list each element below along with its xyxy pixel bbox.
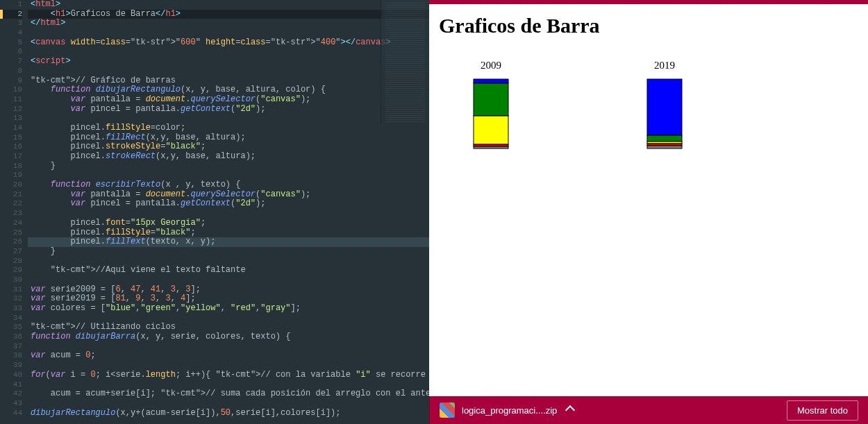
code-line[interactable]: pincel.fillRect(x,y, base, altura); xyxy=(28,133,429,143)
code-line[interactable] xyxy=(28,275,429,285)
code-line[interactable] xyxy=(28,399,429,409)
code-line[interactable] xyxy=(28,28,429,38)
code-line[interactable]: var acum = 0; xyxy=(28,351,429,361)
code-line[interactable] xyxy=(28,314,429,323)
code-line[interactable]: function dibujarRectangulo(x, y, base, a… xyxy=(28,85,429,95)
download-item[interactable]: logica_programaci....zip xyxy=(430,396,583,424)
code-line[interactable] xyxy=(28,257,429,266)
code-line[interactable]: var serie2019 = [81, 9, 3, 3, 4]; xyxy=(28,294,429,304)
code-editor[interactable]: 1234567891011121314151617181920212223242… xyxy=(0,0,429,424)
code-line[interactable] xyxy=(28,342,429,352)
code-line[interactable]: } xyxy=(28,247,429,257)
show-all-label: Mostrar todo xyxy=(797,405,848,416)
code-line[interactable]: pincel.strokeStyle="black"; xyxy=(28,142,429,152)
code-line[interactable]: } xyxy=(28,162,429,171)
code-line[interactable]: "tk-cmt">// Utilizando ciclos xyxy=(28,323,429,332)
code-line[interactable] xyxy=(28,209,429,219)
code-line[interactable] xyxy=(28,67,429,76)
page-title: Graficos de Barra xyxy=(439,14,868,37)
browser-preview: Graficos de Barra 20092019 logica_progra… xyxy=(429,0,868,424)
code-line[interactable] xyxy=(28,171,429,180)
code-line[interactable]: var pantalla = document.querySelector("c… xyxy=(28,95,429,105)
code-line[interactable]: "tk-cmt">//Aqui viene el texto faltante xyxy=(28,266,429,275)
line-number-gutter: 1234567891011121314151617181920212223242… xyxy=(0,0,28,424)
bar-segment xyxy=(474,146,508,149)
bar-segment xyxy=(647,146,682,149)
code-line[interactable]: <canvas width=class="tk-str">"600" heigh… xyxy=(28,38,429,48)
bar-segment xyxy=(474,79,508,83)
code-line[interactable]: function dibujarBarra(x, y, serie, color… xyxy=(28,332,429,342)
bar-segment xyxy=(474,83,508,116)
code-line[interactable]: pincel.fillStyle="black"; xyxy=(28,228,429,238)
bar-segment xyxy=(647,135,682,142)
edit-marker xyxy=(0,10,3,19)
code-line[interactable] xyxy=(28,361,429,371)
code-line[interactable] xyxy=(28,114,429,124)
code-line[interactable]: <script> xyxy=(28,57,429,67)
code-line[interactable]: pincel.strokeRect(x,y, base, altura); xyxy=(28,152,429,162)
code-line[interactable]: dibujarRectangulo(x,y+(acum-serie[i]),50… xyxy=(28,409,429,418)
code-line[interactable]: for(var i = 0; i<serie.length; i++){ "tk… xyxy=(28,371,429,380)
download-file-label: logica_programaci....zip xyxy=(462,405,557,416)
code-line[interactable] xyxy=(28,47,429,57)
code-area[interactable]: <html> <h1>Graficos de Barra</h1></html>… xyxy=(28,0,429,424)
bar-segment xyxy=(647,79,682,135)
code-line[interactable]: pincel.fillText(texto, x, y); xyxy=(28,237,429,247)
minimap[interactable] xyxy=(381,0,429,125)
code-line[interactable]: </html> xyxy=(28,19,429,28)
code-line[interactable]: function escribirTexto(x , y, texto) { xyxy=(28,180,429,190)
code-line[interactable]: "tk-cmt">// Gráfico de barras xyxy=(28,76,429,86)
code-line[interactable]: pincel.fillStyle=color; xyxy=(28,124,429,133)
code-line[interactable]: <html> xyxy=(28,0,429,10)
code-line[interactable]: <h1>Graficos de Barra</h1> xyxy=(28,10,429,19)
code-line[interactable]: var serie2009 = [6, 47, 41, 3, 3]; xyxy=(28,285,429,295)
code-line[interactable]: acum = acum+serie[i]; "tk-cmt">// suma c… xyxy=(28,389,429,399)
show-all-button[interactable]: Mostrar todo xyxy=(787,400,858,421)
code-line[interactable]: var pincel = pantalla.getContext("2d"); xyxy=(28,105,429,115)
code-line[interactable]: var pincel = pantalla.getContext("2d"); xyxy=(28,199,429,209)
zip-icon xyxy=(440,402,455,418)
code-line[interactable]: var pantalla = document.querySelector("c… xyxy=(28,190,429,200)
chevron-up-icon xyxy=(565,405,575,415)
svg-text:2019: 2019 xyxy=(654,60,675,71)
code-line[interactable] xyxy=(28,380,429,390)
download-bar: logica_programaci....zip Mostrar todo xyxy=(429,396,868,424)
bar-chart-canvas: 20092019 xyxy=(439,44,856,253)
code-line[interactable]: var colores = ["blue","green","yellow", … xyxy=(28,304,429,314)
code-line[interactable]: pincel.font="15px Georgia"; xyxy=(28,219,429,228)
bar-segment xyxy=(474,116,508,144)
svg-text:2009: 2009 xyxy=(481,60,501,71)
